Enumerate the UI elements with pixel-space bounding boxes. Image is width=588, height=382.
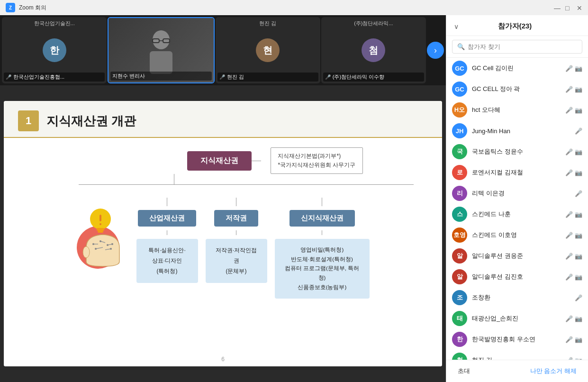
participant-avatar: 리	[452, 186, 467, 201]
svg-point-12	[100, 240, 101, 242]
search-input-wrap[interactable]: 🔍	[452, 40, 582, 54]
mute-icon: 🎤	[565, 148, 573, 155]
participant-item[interactable]: 현현진 김🎤📷	[446, 350, 588, 360]
vert-col1	[167, 198, 167, 206]
invite-button[interactable]: 초대	[454, 365, 474, 377]
camera-icon: 📷	[575, 148, 582, 155]
law-box: 지식재산기본법(과기부*) *국가지식재산위원회 사무기구	[271, 147, 362, 174]
camera-icon: 📷	[575, 273, 582, 281]
participant-avatar: 로	[452, 165, 467, 180]
close-button[interactable]: ✕	[577, 5, 582, 10]
video-thumb-2[interactable]: 지현수 변리사	[108, 17, 214, 83]
video-label-1: 한국산업기술진...	[2, 20, 107, 27]
slide-content: 1 지식재산권 개관 지식재산권 지식재산기본법(과기부*)	[4, 101, 442, 366]
participant-item[interactable]: GCGC Cell 김이린🎤📷	[446, 58, 588, 79]
participant-item[interactable]: 스스킨메드 나훈🎤📷	[446, 204, 588, 225]
participant-avatar: 조	[452, 290, 467, 305]
svg-point-10	[83, 246, 90, 258]
camera-icon: 📷	[575, 232, 582, 239]
col-newip: 신지식재산권 영업비밀(특허청)반도체·회로설계(특허청)컴퓨터 프로그램(문체…	[275, 198, 370, 299]
participant-item[interactable]: 태태광산업_손희진🎤📷	[446, 308, 588, 329]
participant-item[interactable]: 알알디솔루션 권응준🎤📷	[446, 246, 588, 266]
title-bar: Z Zoom 회의 — □ ✕	[0, 0, 588, 15]
participant-avatar: 알	[452, 269, 467, 284]
avatar-3: 현	[256, 38, 280, 62]
mute-icon: 🎤	[575, 294, 582, 301]
video-nav-arrow[interactable]: ›	[427, 42, 444, 59]
participant-name: 알디솔루션 김진호	[472, 273, 561, 281]
participant-avatar: 태	[452, 311, 467, 326]
mute-toggle-button[interactable]: 나만 음소거 해제	[526, 365, 580, 377]
mute-icon: 🎤	[565, 253, 573, 260]
mute-icon: 🎤	[565, 273, 573, 281]
participant-icons: 🎤📷	[565, 107, 582, 114]
participant-avatar: 한	[452, 332, 467, 347]
slide-number: 1	[18, 110, 39, 131]
col-copyright-body: 저작권·저작인접권(문체부)	[206, 239, 267, 283]
participant-item[interactable]: 로로엔서지컬 김재철🎤📷	[446, 162, 588, 183]
participant-icons: 🎤	[575, 127, 582, 135]
participant-icons: 🎤📷	[565, 336, 582, 343]
camera-icon: 📷	[575, 357, 582, 360]
window-controls[interactable]: — □ ✕	[554, 5, 582, 10]
svg-point-0	[153, 30, 170, 49]
video-thumb-3[interactable]: 현진 김 현 🎤 현진 김	[216, 17, 320, 83]
panel-collapse-icon[interactable]: ∨	[454, 23, 459, 30]
participant-item[interactable]: 알알디솔루션 김진호🎤📷	[446, 266, 588, 287]
head-illustration	[77, 202, 129, 269]
law-box-line1: 지식재산기본법(과기부*)	[278, 152, 355, 161]
maximize-button[interactable]: □	[565, 5, 571, 10]
participant-avatar: 호영	[452, 227, 467, 243]
participants-list[interactable]: GCGC Cell 김이린🎤📷GCGC CELL 정아 곽🎤📷H오hct 오다혜…	[446, 58, 588, 360]
mute-icon: 🎤	[565, 107, 573, 114]
diagram-area: 지식재산권 지식재산기본법(과기부*) *국가지식재산위원회 사무기구	[4, 138, 442, 366]
slide-title: 지식재산권 개관	[46, 113, 136, 129]
participant-name: 리텍 이은경	[472, 189, 570, 198]
participant-avatar: GC	[452, 61, 467, 76]
camera-icon: 📷	[575, 169, 582, 176]
participant-item[interactable]: JHJung-Min Han🎤	[446, 120, 588, 141]
main-layout: 한국산업기술진... 한 🎤 한국산업기술진흥협...	[0, 15, 588, 382]
participant-icons: 🎤📷	[565, 211, 582, 218]
participant-avatar: 현	[452, 353, 467, 360]
participant-name: 현진 김	[472, 356, 561, 360]
svg-rect-8	[100, 215, 101, 221]
title-bar-left: Z Zoom 회의	[6, 3, 46, 12]
participant-item[interactable]: 리리텍 이은경🎤	[446, 183, 588, 204]
mute-icon: 🎤	[565, 357, 573, 360]
participant-item[interactable]: 조조창환🎤	[446, 287, 588, 308]
video-name-3: 🎤 현진 김	[217, 73, 318, 82]
participant-name: 조창환	[472, 293, 570, 302]
participant-item[interactable]: H오hct 오다혜🎤📷	[446, 100, 588, 120]
mute-icon: 🎤	[565, 315, 573, 322]
camera-icon: 📷	[575, 253, 582, 260]
participant-avatar: 알	[452, 248, 467, 264]
law-box-line2: *국가지식재산위원회 사무기구	[278, 161, 355, 170]
participant-item[interactable]: GCGC CELL 정아 곽🎤📷	[446, 79, 588, 100]
col-industrial-body: 특허·실용신안·상표·디자인(특허청)	[136, 239, 198, 283]
mute-icon-4: 🎤	[325, 74, 331, 80]
participant-icons: 🎤📷	[565, 65, 582, 72]
participant-icons: 🎤📷	[565, 253, 582, 260]
video-thumb-1[interactable]: 한국산업기술진... 한 🎤 한국산업기술진흥협...	[2, 17, 107, 83]
participant-item[interactable]: 한한국발명진흥회 우소연🎤📷	[446, 329, 588, 350]
mute-icon-3: 🎤	[219, 74, 225, 80]
minimize-button[interactable]: —	[554, 5, 560, 10]
participants-panel: ∨ 참가자(23) 🔍 GCGC Cell 김이린🎤📷GCGC CELL 정아 …	[446, 15, 588, 382]
svg-point-11	[92, 243, 94, 245]
video-thumb-4[interactable]: (주)첨단세라믹... 첨 🎤 (주)첨단세라믹 이수향	[321, 17, 426, 83]
col-newip-header: 신지식재산권	[289, 210, 355, 227]
slide-page-number: 6	[4, 356, 442, 363]
search-input[interactable]	[468, 43, 577, 50]
vert-col3b	[322, 230, 322, 235]
mute-icon: 🎤	[565, 65, 573, 72]
camera-icon: 📷	[575, 86, 582, 93]
participant-item[interactable]: 호영스킨메드 이호영🎤📷	[446, 225, 588, 246]
participant-item[interactable]: 국국보옵틱스 정윤수🎤📷	[446, 141, 588, 162]
participant-name: 태광산업_손희진	[472, 314, 561, 323]
search-box: 🔍	[446, 36, 588, 58]
app-title: Zoom 회의	[19, 4, 46, 12]
participant-name: 스킨메드 나훈	[472, 210, 561, 218]
slide-header: 1 지식재산권 개관	[4, 101, 442, 138]
video-label-3: 현진 김	[216, 20, 320, 27]
